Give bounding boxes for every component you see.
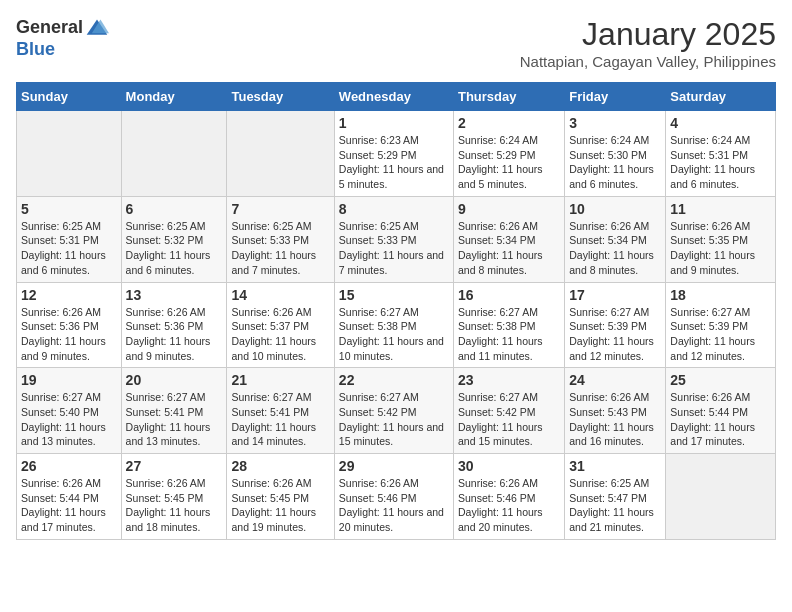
day-info: Sunrise: 6:27 AMSunset: 5:38 PMDaylight:… (458, 305, 560, 364)
logo-blue: Blue (16, 40, 55, 60)
day-number: 29 (339, 458, 449, 474)
day-info: Sunrise: 6:26 AMSunset: 5:44 PMDaylight:… (21, 476, 117, 535)
day-number: 30 (458, 458, 560, 474)
day-number: 15 (339, 287, 449, 303)
calendar-cell (227, 111, 334, 197)
day-number: 1 (339, 115, 449, 131)
day-info: Sunrise: 6:27 AMSunset: 5:42 PMDaylight:… (339, 390, 449, 449)
day-number: 16 (458, 287, 560, 303)
day-info: Sunrise: 6:26 AMSunset: 5:45 PMDaylight:… (126, 476, 223, 535)
day-info: Sunrise: 6:27 AMSunset: 5:39 PMDaylight:… (569, 305, 661, 364)
day-info: Sunrise: 6:26 AMSunset: 5:35 PMDaylight:… (670, 219, 771, 278)
day-number: 27 (126, 458, 223, 474)
col-header-tuesday: Tuesday (227, 83, 334, 111)
page-subtitle: Nattapian, Cagayan Valley, Philippines (520, 53, 776, 70)
day-info: Sunrise: 6:26 AMSunset: 5:36 PMDaylight:… (21, 305, 117, 364)
day-info: Sunrise: 6:26 AMSunset: 5:45 PMDaylight:… (231, 476, 329, 535)
day-info: Sunrise: 6:27 AMSunset: 5:40 PMDaylight:… (21, 390, 117, 449)
day-number: 3 (569, 115, 661, 131)
day-number: 25 (670, 372, 771, 388)
page-header: General Blue January 2025 Nattapian, Cag… (16, 16, 776, 70)
calendar-header-row: SundayMondayTuesdayWednesdayThursdayFrid… (17, 83, 776, 111)
day-number: 31 (569, 458, 661, 474)
calendar-cell: 31Sunrise: 6:25 AMSunset: 5:47 PMDayligh… (565, 454, 666, 540)
day-info: Sunrise: 6:27 AMSunset: 5:39 PMDaylight:… (670, 305, 771, 364)
day-info: Sunrise: 6:26 AMSunset: 5:46 PMDaylight:… (339, 476, 449, 535)
calendar-cell: 18Sunrise: 6:27 AMSunset: 5:39 PMDayligh… (666, 282, 776, 368)
calendar-cell: 9Sunrise: 6:26 AMSunset: 5:34 PMDaylight… (453, 196, 564, 282)
col-header-monday: Monday (121, 83, 227, 111)
day-info: Sunrise: 6:25 AMSunset: 5:32 PMDaylight:… (126, 219, 223, 278)
day-number: 2 (458, 115, 560, 131)
col-header-wednesday: Wednesday (334, 83, 453, 111)
day-number: 14 (231, 287, 329, 303)
calendar-cell: 8Sunrise: 6:25 AMSunset: 5:33 PMDaylight… (334, 196, 453, 282)
calendar-cell: 28Sunrise: 6:26 AMSunset: 5:45 PMDayligh… (227, 454, 334, 540)
day-info: Sunrise: 6:26 AMSunset: 5:43 PMDaylight:… (569, 390, 661, 449)
day-info: Sunrise: 6:26 AMSunset: 5:34 PMDaylight:… (569, 219, 661, 278)
logo-general: General (16, 18, 83, 38)
day-number: 5 (21, 201, 117, 217)
day-number: 8 (339, 201, 449, 217)
calendar-cell: 4Sunrise: 6:24 AMSunset: 5:31 PMDaylight… (666, 111, 776, 197)
day-info: Sunrise: 6:26 AMSunset: 5:37 PMDaylight:… (231, 305, 329, 364)
calendar-week-row: 5Sunrise: 6:25 AMSunset: 5:31 PMDaylight… (17, 196, 776, 282)
calendar-cell (666, 454, 776, 540)
day-number: 26 (21, 458, 117, 474)
calendar-cell: 2Sunrise: 6:24 AMSunset: 5:29 PMDaylight… (453, 111, 564, 197)
day-info: Sunrise: 6:27 AMSunset: 5:41 PMDaylight:… (231, 390, 329, 449)
calendar-cell: 19Sunrise: 6:27 AMSunset: 5:40 PMDayligh… (17, 368, 122, 454)
day-number: 22 (339, 372, 449, 388)
calendar-cell: 29Sunrise: 6:26 AMSunset: 5:46 PMDayligh… (334, 454, 453, 540)
day-number: 10 (569, 201, 661, 217)
day-number: 24 (569, 372, 661, 388)
calendar-cell: 20Sunrise: 6:27 AMSunset: 5:41 PMDayligh… (121, 368, 227, 454)
calendar-cell (121, 111, 227, 197)
calendar-cell: 13Sunrise: 6:26 AMSunset: 5:36 PMDayligh… (121, 282, 227, 368)
day-info: Sunrise: 6:27 AMSunset: 5:41 PMDaylight:… (126, 390, 223, 449)
day-info: Sunrise: 6:25 AMSunset: 5:33 PMDaylight:… (231, 219, 329, 278)
day-number: 4 (670, 115, 771, 131)
calendar-cell (17, 111, 122, 197)
day-info: Sunrise: 6:24 AMSunset: 5:29 PMDaylight:… (458, 133, 560, 192)
day-info: Sunrise: 6:25 AMSunset: 5:31 PMDaylight:… (21, 219, 117, 278)
calendar-cell: 1Sunrise: 6:23 AMSunset: 5:29 PMDaylight… (334, 111, 453, 197)
day-number: 6 (126, 201, 223, 217)
calendar-cell: 21Sunrise: 6:27 AMSunset: 5:41 PMDayligh… (227, 368, 334, 454)
day-number: 19 (21, 372, 117, 388)
col-header-saturday: Saturday (666, 83, 776, 111)
day-number: 28 (231, 458, 329, 474)
day-number: 9 (458, 201, 560, 217)
calendar-cell: 26Sunrise: 6:26 AMSunset: 5:44 PMDayligh… (17, 454, 122, 540)
calendar-cell: 30Sunrise: 6:26 AMSunset: 5:46 PMDayligh… (453, 454, 564, 540)
calendar-cell: 3Sunrise: 6:24 AMSunset: 5:30 PMDaylight… (565, 111, 666, 197)
day-info: Sunrise: 6:26 AMSunset: 5:36 PMDaylight:… (126, 305, 223, 364)
calendar-table: SundayMondayTuesdayWednesdayThursdayFrid… (16, 82, 776, 540)
calendar-cell: 7Sunrise: 6:25 AMSunset: 5:33 PMDaylight… (227, 196, 334, 282)
day-info: Sunrise: 6:25 AMSunset: 5:33 PMDaylight:… (339, 219, 449, 278)
calendar-cell: 24Sunrise: 6:26 AMSunset: 5:43 PMDayligh… (565, 368, 666, 454)
calendar-cell: 11Sunrise: 6:26 AMSunset: 5:35 PMDayligh… (666, 196, 776, 282)
title-block: January 2025 Nattapian, Cagayan Valley, … (520, 16, 776, 70)
col-header-friday: Friday (565, 83, 666, 111)
calendar-cell: 16Sunrise: 6:27 AMSunset: 5:38 PMDayligh… (453, 282, 564, 368)
day-number: 20 (126, 372, 223, 388)
day-info: Sunrise: 6:24 AMSunset: 5:30 PMDaylight:… (569, 133, 661, 192)
calendar-cell: 15Sunrise: 6:27 AMSunset: 5:38 PMDayligh… (334, 282, 453, 368)
day-info: Sunrise: 6:23 AMSunset: 5:29 PMDaylight:… (339, 133, 449, 192)
calendar-week-row: 12Sunrise: 6:26 AMSunset: 5:36 PMDayligh… (17, 282, 776, 368)
day-number: 12 (21, 287, 117, 303)
day-number: 21 (231, 372, 329, 388)
day-info: Sunrise: 6:27 AMSunset: 5:42 PMDaylight:… (458, 390, 560, 449)
calendar-cell: 27Sunrise: 6:26 AMSunset: 5:45 PMDayligh… (121, 454, 227, 540)
day-number: 17 (569, 287, 661, 303)
logo-icon (85, 16, 109, 40)
day-number: 11 (670, 201, 771, 217)
day-info: Sunrise: 6:26 AMSunset: 5:44 PMDaylight:… (670, 390, 771, 449)
calendar-week-row: 26Sunrise: 6:26 AMSunset: 5:44 PMDayligh… (17, 454, 776, 540)
day-number: 13 (126, 287, 223, 303)
col-header-sunday: Sunday (17, 83, 122, 111)
col-header-thursday: Thursday (453, 83, 564, 111)
day-info: Sunrise: 6:25 AMSunset: 5:47 PMDaylight:… (569, 476, 661, 535)
calendar-cell: 12Sunrise: 6:26 AMSunset: 5:36 PMDayligh… (17, 282, 122, 368)
